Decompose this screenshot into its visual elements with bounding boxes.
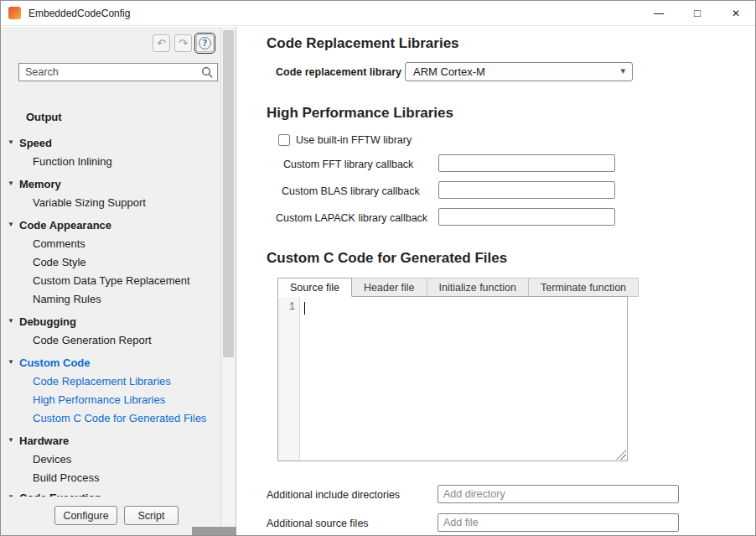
fftw-checkbox[interactable]	[278, 134, 290, 146]
tree-item-code-style[interactable]: Code Style	[1, 252, 220, 271]
horizontal-scrollbar-thumb[interactable]	[192, 527, 236, 535]
minimize-button[interactable]: —	[639, 1, 678, 25]
settings-panel: Code Replacement Libraries Code replacem…	[237, 27, 755, 535]
sidebar-vertical-scrollbar[interactable]	[220, 27, 236, 535]
undo-icon: ↶	[157, 37, 166, 49]
configure-button[interactable]: Configure	[54, 506, 117, 525]
tree-item-label: Naming Rules	[33, 293, 101, 305]
embedded-code-config-window: EmbeddedCodeConfig — □ ✕ ↶ ↷ ? Output ▼S…	[0, 0, 756, 536]
tree-section-label: Memory	[19, 178, 61, 190]
tree-section-code-appearance[interactable]: ▼Code Appearance	[1, 216, 220, 234]
tree-item-label: Code Replacement Libraries	[33, 375, 171, 388]
section-heading-custom-c-code: Custom C Code for Generated Files	[267, 250, 507, 267]
tree-item-comments[interactable]: Comments	[1, 234, 220, 252]
tree-item-label: Comments	[33, 237, 85, 250]
tree-section-output[interactable]: Output	[1, 107, 220, 126]
tree-item-label: Build Process	[33, 471, 99, 484]
code-tabs: Source file Header file Initialize funct…	[277, 278, 639, 297]
nav-tree: Output ▼Speed Function Inlining ▼Memory …	[1, 107, 220, 507]
line-number: 1	[289, 301, 295, 313]
additional-source-files-label: Additional source files	[267, 518, 369, 529]
collapse-arrow-icon: ▼	[8, 221, 14, 228]
code-replacement-library-label: Code replacement library	[276, 66, 401, 78]
redo-icon: ↷	[179, 37, 188, 49]
line-number-gutter: 1	[278, 297, 300, 461]
code-replacement-library-dropdown[interactable]: ARM Cortex-M ▾	[405, 62, 633, 81]
collapse-arrow-icon: ▼	[8, 139, 14, 146]
tree-section-label: Custom Code	[19, 356, 91, 369]
sidebar-toolbar: ↶ ↷ ?	[153, 34, 214, 52]
tree-item-variable-sizing-support[interactable]: Variable Sizing Support	[1, 193, 220, 211]
tree-item-high-performance-libraries[interactable]: High Performance Libraries	[1, 390, 220, 409]
tab-source-file[interactable]: Source file	[277, 278, 352, 297]
tab-initialize-function[interactable]: Initialize function	[427, 278, 529, 297]
section-heading-code-replacement: Code Replacement Libraries	[267, 35, 459, 52]
additional-include-directories-input[interactable]	[438, 485, 679, 503]
collapse-arrow-icon: ▼	[8, 318, 14, 325]
collapse-arrow-icon: ▼	[8, 180, 14, 187]
tree-section-label: Output	[26, 111, 62, 123]
custom-fft-label: Custom FFT library callback	[283, 159, 413, 170]
tree-item-function-inlining[interactable]: Function Inlining	[1, 152, 220, 170]
tree-item-label: Variable Sizing Support	[33, 196, 146, 209]
custom-blas-label: Custom BLAS library callback	[282, 185, 420, 197]
window-title: EmbeddedCodeConfig	[28, 8, 130, 19]
tree-section-custom-code[interactable]: ▼Custom Code	[1, 353, 220, 372]
close-button[interactable]: ✕	[717, 1, 755, 25]
tree-item-build-process[interactable]: Build Process	[1, 468, 220, 487]
search-icon	[201, 66, 214, 79]
tab-header-file[interactable]: Header file	[351, 278, 427, 297]
custom-lapack-label: Custom LAPACK library callback	[276, 212, 427, 224]
undo-button[interactable]: ↶	[153, 34, 170, 52]
section-heading-high-performance: High Performance Libraries	[267, 105, 453, 122]
tree-item-custom-data-type-replacement[interactable]: Custom Data Type Replacement	[1, 271, 220, 289]
chevron-down-icon: ▾	[620, 65, 625, 76]
help-button[interactable]: ?	[196, 34, 214, 52]
code-editor[interactable]: 1	[277, 296, 628, 461]
tree-item-code-generation-report[interactable]: Code Generation Report	[1, 330, 220, 349]
help-icon: ?	[199, 37, 211, 49]
tree-section-label: Debugging	[19, 315, 76, 328]
tree-item-code-replacement-libraries[interactable]: Code Replacement Libraries	[1, 372, 220, 390]
tree-item-naming-rules[interactable]: Naming Rules	[1, 289, 220, 308]
tree-item-label: Devices	[33, 453, 71, 466]
script-button[interactable]: Script	[124, 506, 179, 525]
tree-section-memory[interactable]: ▼Memory	[1, 174, 220, 193]
titlebar: EmbeddedCodeConfig — □ ✕	[1, 1, 755, 26]
tree-item-label: High Performance Libraries	[33, 393, 165, 406]
tree-item-custom-c-code-for-generated-files[interactable]: Custom C Code for Generated Files	[1, 409, 220, 427]
tree-item-devices[interactable]: Devices	[1, 450, 220, 468]
tree-item-label: Function Inlining	[33, 155, 112, 168]
tree-item-label: Custom C Code for Generated Files	[33, 412, 206, 424]
tree-section-label: Speed	[19, 137, 52, 149]
tree-section-hardware[interactable]: ▼Hardware	[1, 431, 220, 450]
collapse-arrow-icon: ▼	[8, 359, 14, 366]
search-input[interactable]	[18, 63, 218, 81]
sidebar: ↶ ↷ ? Output ▼Speed Function Inlining ▼M…	[1, 27, 236, 535]
tab-terminate-function[interactable]: Terminate function	[528, 278, 639, 297]
redo-button[interactable]: ↷	[174, 34, 192, 52]
tree-item-label: Code Generation Report	[33, 334, 152, 346]
tree-section-label: Code Appearance	[19, 219, 111, 232]
sidebar-bottom-panel: Configure Script	[1, 497, 220, 535]
window-controls: — □ ✕	[639, 1, 755, 25]
scrollbar-thumb[interactable]	[223, 30, 234, 357]
custom-lapack-input[interactable]	[438, 208, 615, 226]
tree-section-speed[interactable]: ▼Speed	[1, 133, 220, 152]
fftw-checkbox-label: Use built-in FFTW library	[296, 134, 412, 146]
text-cursor	[304, 302, 305, 315]
tree-section-label: Hardware	[19, 435, 69, 447]
maximize-button[interactable]: □	[678, 1, 717, 25]
tree-item-label: Code Style	[33, 256, 86, 268]
app-icon	[8, 7, 21, 19]
tree-item-label: Custom Data Type Replacement	[33, 274, 190, 287]
custom-fft-input[interactable]	[438, 154, 615, 172]
additional-include-directories-label: Additional include directories	[267, 489, 400, 501]
custom-blas-input[interactable]	[438, 181, 615, 199]
resize-grip-icon[interactable]	[616, 450, 626, 460]
tree-section-debugging[interactable]: ▼Debugging	[1, 312, 220, 330]
collapse-arrow-icon: ▼	[8, 437, 14, 444]
additional-source-files-input[interactable]	[438, 513, 679, 532]
search-box	[18, 63, 218, 81]
dropdown-selected-value: ARM Cortex-M	[413, 65, 485, 78]
